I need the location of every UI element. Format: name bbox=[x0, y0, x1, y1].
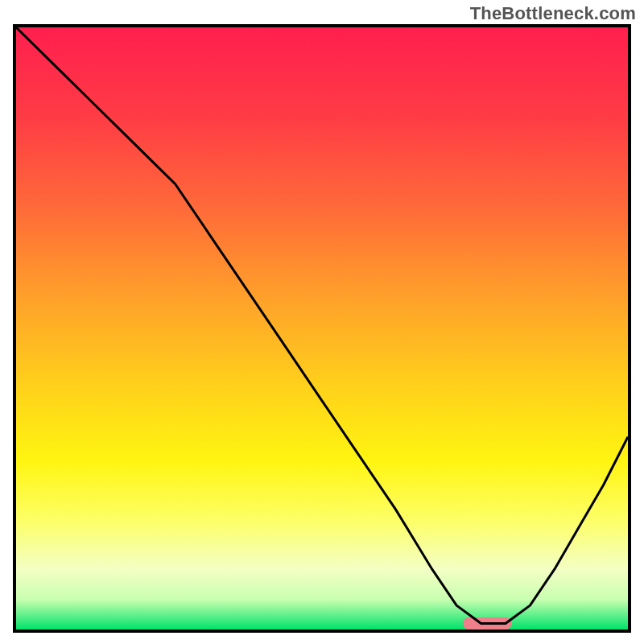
chart-frame: TheBottleneck.com bbox=[0, 0, 644, 644]
watermark-text: TheBottleneck.com bbox=[470, 3, 636, 24]
bottleneck-chart bbox=[16, 27, 628, 630]
